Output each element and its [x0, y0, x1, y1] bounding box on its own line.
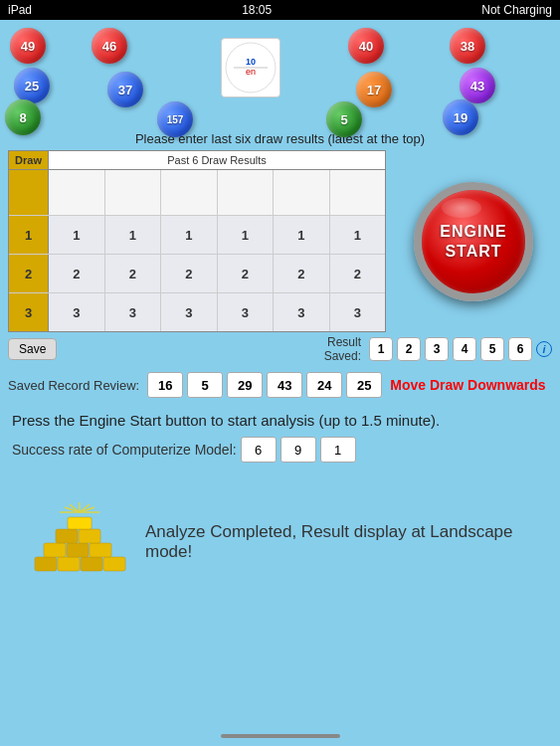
result-label: Result: [327, 335, 361, 349]
ball-17: 17: [356, 72, 392, 107]
saved-num-1[interactable]: [187, 372, 223, 398]
analyze-text: Analyze Completed, Result display at Lan…: [145, 522, 530, 562]
ball-40: 40: [348, 28, 384, 64]
result-num-3[interactable]: 3: [425, 337, 449, 361]
svg-rect-12: [58, 557, 80, 571]
success-input-2[interactable]: [320, 437, 356, 463]
draw-cell-0-4[interactable]: [274, 170, 330, 215]
result-num-5[interactable]: 5: [480, 337, 504, 361]
svg-rect-18: [56, 529, 78, 543]
success-input-0[interactable]: [241, 437, 277, 463]
saved-num-0[interactable]: [147, 372, 183, 398]
ball-8: 8: [5, 99, 41, 135]
result-num-4[interactable]: 4: [453, 337, 476, 361]
draw-cell-0-2[interactable]: [161, 170, 218, 215]
success-rate-label: Success rate of Computerize Model:: [12, 442, 237, 458]
row-label-1: 1: [9, 216, 49, 254]
home-bar: [221, 734, 340, 738]
draw-cell-3-1[interactable]: 3: [105, 293, 162, 331]
draw-cell-1-2[interactable]: 1: [161, 216, 218, 254]
draw-row-2: 2 2 2 2 2 2 2: [9, 255, 385, 293]
info-icon[interactable]: i: [536, 341, 552, 357]
saved-num-3[interactable]: [267, 372, 302, 398]
draw-cell-2-5[interactable]: 2: [330, 255, 386, 292]
draw-cell-2-4[interactable]: 2: [274, 255, 330, 292]
result-saved-labels: Result Saved:: [324, 335, 361, 363]
draw-cell-1-3[interactable]: 1: [218, 216, 275, 254]
time-label: 18:05: [242, 3, 272, 17]
saved-record-label: Saved Record Review:: [8, 378, 139, 393]
draw-cell-0-0[interactable]: [49, 170, 105, 215]
draw-cell-3-5[interactable]: 3: [330, 293, 386, 331]
ball-37: 37: [107, 72, 143, 107]
saved-num-4[interactable]: [306, 372, 342, 398]
draw-cell-1-5[interactable]: 1: [330, 216, 386, 254]
result-num-2[interactable]: 2: [397, 337, 421, 361]
save-row: Save Result Saved: 1 2 3 4 5 6 i: [0, 332, 560, 366]
svg-text:10: 10: [246, 57, 256, 67]
ball-38: 38: [450, 28, 485, 64]
draw-row-1: 1 1 1 1 1 1 1: [9, 216, 385, 255]
ball-49: 49: [10, 28, 46, 64]
ball-43: 43: [460, 68, 495, 103]
ball-157: 157: [157, 101, 193, 137]
saved-label: Saved:: [324, 349, 361, 363]
svg-rect-20: [68, 517, 92, 529]
draw-cell-3-3[interactable]: 3: [218, 293, 275, 331]
draw-cell-2-2[interactable]: 2: [161, 255, 218, 292]
svg-text:en: en: [246, 67, 256, 77]
svg-rect-14: [103, 557, 125, 571]
saved-num-5[interactable]: [346, 372, 382, 398]
saved-record-row: Saved Record Review: Move Draw Downwards: [0, 366, 560, 404]
draw-cell-1-0[interactable]: 1: [49, 216, 105, 254]
success-row: Success rate of Computerize Model:: [0, 433, 560, 466]
draw-cell-2-1[interactable]: 2: [105, 255, 162, 292]
engine-start-button[interactable]: ENGINE START: [414, 182, 533, 301]
device-label: iPad: [8, 3, 32, 17]
balls-area: 49 25 8 46 37 10 en 40 17 5 38 43 19 157: [0, 20, 560, 127]
draw-cell-0-5[interactable]: [330, 170, 386, 215]
ball-5: 5: [326, 101, 362, 137]
row-label-3: 3: [9, 293, 49, 331]
draw-cell-3-0[interactable]: 3: [49, 293, 105, 331]
draw-cell-2-3[interactable]: 2: [218, 255, 275, 292]
draw-cell-3-4[interactable]: 3: [274, 293, 330, 331]
svg-rect-15: [44, 543, 66, 557]
svg-rect-13: [81, 557, 102, 571]
saved-num-2[interactable]: [227, 372, 263, 398]
draw-row-3: 3 3 3 3 3 3 3: [9, 293, 385, 331]
ball-46: 46: [92, 28, 127, 64]
draw-table-header: Draw Past 6 Draw Results: [8, 150, 386, 170]
draw-row-0: [9, 170, 385, 216]
draw-cell-0-3[interactable]: [218, 170, 275, 215]
move-draw-button[interactable]: Move Draw Downwards: [390, 377, 545, 393]
save-button[interactable]: Save: [8, 338, 57, 360]
draw-cells-1: 1 1 1 1 1 1: [49, 216, 385, 254]
draw-table: 1 1 1 1 1 1 1 2 2 2 2 2 2: [8, 170, 386, 332]
draw-cell-1-4[interactable]: 1: [274, 216, 330, 254]
center-logo: 10 en: [221, 38, 280, 97]
draw-cell-0-1[interactable]: [105, 170, 162, 215]
draw-header-past: Past 6 Draw Results: [49, 151, 385, 169]
ball-25: 25: [14, 68, 50, 103]
svg-rect-11: [35, 557, 57, 571]
status-bar: iPad 18:05 Not Charging: [0, 0, 560, 20]
svg-rect-17: [90, 543, 111, 557]
press-text: Press the Engine Start button to start a…: [0, 404, 560, 433]
success-input-1[interactable]: [280, 437, 316, 463]
svg-rect-16: [67, 543, 89, 557]
gold-area: Analyze Completed, Result display at Lan…: [0, 486, 560, 598]
draw-cells-0: [49, 170, 385, 215]
row-label-2: 2: [9, 255, 49, 292]
result-num-6[interactable]: 6: [508, 337, 532, 361]
ball-19: 19: [443, 99, 478, 135]
instruction-text: Please enter last six draw results (late…: [0, 127, 560, 148]
draw-cell-2-0[interactable]: 2: [49, 255, 105, 292]
draw-header-draw: Draw: [9, 151, 49, 169]
result-num-1[interactable]: 1: [369, 337, 393, 361]
draw-cells-2: 2 2 2 2 2 2: [49, 255, 385, 292]
row-header-top: [9, 170, 49, 215]
draw-cell-3-2[interactable]: 3: [161, 293, 218, 331]
draw-cells-3: 3 3 3 3 3 3: [49, 293, 385, 331]
draw-cell-1-1[interactable]: 1: [105, 216, 162, 254]
